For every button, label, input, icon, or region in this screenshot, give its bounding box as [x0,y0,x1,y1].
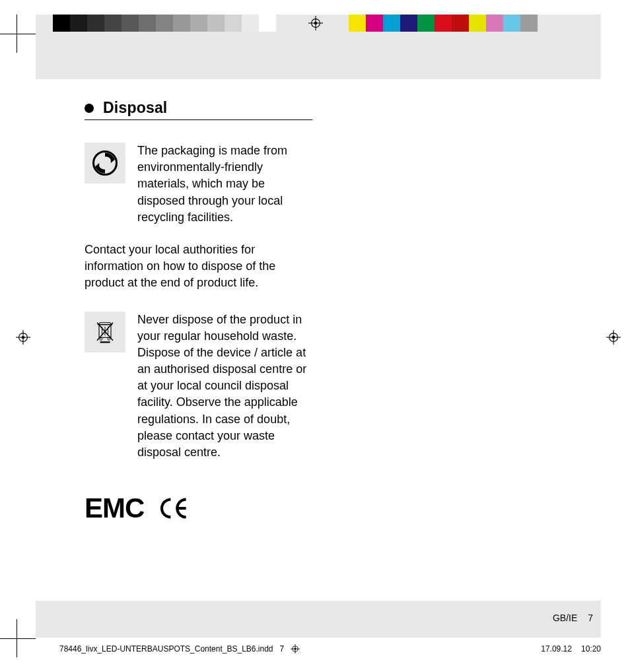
color-swatch [452,15,469,32]
section-heading: Disposal [85,99,312,120]
compliance-marks: EMC [85,492,312,524]
color-swatch [87,15,104,32]
weee-bin-icon [85,312,125,353]
registration-mark-icon [308,16,323,30]
svg-point-11 [612,336,615,339]
color-swatch [366,15,383,32]
color-swatch [139,15,156,32]
emc-label: EMC [85,492,144,524]
bullet-icon [85,104,94,113]
color-swatch [383,15,400,32]
color-swatch-bar-right [349,15,538,32]
registration-mark-icon [606,330,621,345]
recycle-icon [85,143,125,184]
color-swatch [469,15,486,32]
color-swatch-bar-left [53,15,276,32]
locale-label: GB/IE [553,613,577,623]
color-swatch [417,15,435,32]
svg-point-20 [108,337,110,340]
color-swatch [70,15,87,32]
registration-mark-icon [16,330,30,345]
weee-block: Never dispose of the product in your reg… [85,312,312,461]
section-title: Disposal [103,99,167,117]
color-swatch [122,15,139,32]
crop-mark-icon [0,619,36,657]
color-swatch [225,15,242,32]
weee-text: Never dispose of the product in your reg… [137,312,312,461]
slug-time: 10:20 [581,644,601,654]
registration-mark-icon [291,644,300,654]
color-swatch [207,15,225,32]
color-swatch [349,15,366,32]
color-swatch [486,15,503,32]
svg-point-19 [100,337,102,340]
crop-mark-icon [0,15,36,53]
authorities-text: Contact your local authorities for infor… [85,242,312,292]
color-swatch [435,15,452,32]
page-footer: GB/IE 7 [553,613,593,623]
recycle-text: The packaging is made from environmental… [137,143,312,226]
ce-mark-icon [158,496,192,520]
svg-point-3 [314,22,318,25]
page-content: Disposal The packaging is made from envi… [85,99,312,524]
footer-band [36,601,601,638]
color-swatch [104,15,122,32]
slug-sheet: 7 [280,644,285,654]
slug-date: 17.09.12 [541,644,572,654]
color-swatch [259,15,276,32]
slug-filename: 78446_livx_LED-UNTERBAUSPOTS_Content_BS_… [59,644,273,654]
color-swatch [53,15,70,32]
svg-rect-23 [100,341,110,343]
color-swatch [190,15,207,32]
color-swatch [503,15,520,32]
color-swatch [156,15,173,32]
svg-point-7 [22,336,25,339]
color-swatch [520,15,538,32]
recycle-block: The packaging is made from environmental… [85,143,312,226]
page-number: 7 [588,613,593,623]
color-swatch [173,15,190,32]
slug-line: 78446_livx_LED-UNTERBAUSPOTS_Content_BS_… [59,644,601,654]
color-swatch [400,15,417,32]
color-swatch [242,15,259,32]
svg-point-28 [295,648,297,650]
